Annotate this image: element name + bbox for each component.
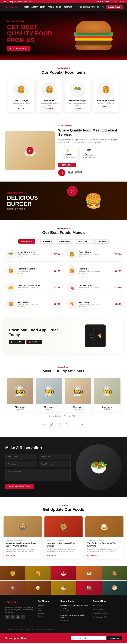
email-input[interactable] (39, 461, 70, 467)
read-more-link[interactable]: READ MORE → (6, 555, 18, 556)
food-card[interactable]: 🥗 Vegetables Burger Barbecue Itatian cui… (65, 79, 90, 112)
popular-title: Our Popular Food Items (4, 70, 124, 75)
footer-menu-dessert[interactable]: Dessert (38, 615, 57, 617)
chef-card[interactable]: 👨‍🍳 Chef Name Pasta Chef (36, 378, 62, 412)
instagram-icon[interactable]: in (120, 1, 121, 3)
read-more-link[interactable]: READ MORE → (87, 555, 99, 556)
app-store-button[interactable]: 🍎 App Store (26, 340, 42, 344)
facebook-link[interactable]: f (5, 615, 10, 619)
facebook-icon[interactable]: f (115, 1, 116, 3)
about-button[interactable]: ABOUT MORE → (58, 163, 76, 167)
explore-button[interactable]: EXPLORE MORE → (7, 46, 30, 51)
nav-home[interactable]: HOME (24, 6, 29, 8)
chef-card[interactable]: 👩‍🍳 Chef Name Head Chef (7, 378, 33, 412)
nav-contact[interactable]: CONTACT (64, 6, 72, 8)
reservation-content: Make A Reservation MAKE A RESERVATION → (5, 446, 70, 489)
time-input[interactable] (39, 454, 70, 460)
tab-hot-sushi[interactable]: 🍱 Hot Sushi (74, 239, 90, 244)
chef-image: 👨‍🍳 (94, 378, 120, 404)
blog-comments: 3 Comments (97, 540, 105, 541)
gallery-item[interactable]: 🍛 (26, 580, 50, 595)
nav-about[interactable]: ABOUT (32, 6, 38, 8)
tab-fresh-pasta[interactable]: 🍝 Fresh Pasta (56, 239, 73, 244)
gallery-item[interactable]: 🍔 (0, 566, 25, 580)
chef-info: Chef Name Head Chef (7, 404, 33, 412)
twitter-icon[interactable]: t (118, 1, 118, 3)
gallery-item[interactable]: 🍕 (26, 566, 50, 580)
food-card-price: $26.00 (39, 107, 60, 110)
play-button[interactable]: ▶ (26, 147, 34, 154)
youtube-link[interactable]: ▶ (21, 615, 26, 619)
menu-item[interactable]: 🍗 Chicken Burger Barbecue Itatian cuisin… (64, 280, 124, 295)
blog-card[interactable]: 🥘 16 May, 2023 3 Comments Innovative Hot… (44, 516, 83, 559)
menu-item[interactable]: 🧀 Delicious Cheeseburger Barbecue Itatia… (4, 280, 62, 295)
reservation-submit-button[interactable]: MAKE A RESERVATION → (5, 484, 34, 489)
food-card[interactable]: 🍔 Hamburger Barbecue Itatian cuisine spi… (37, 79, 62, 112)
gallery-item[interactable]: 🍝 (51, 566, 76, 580)
apple-icon: 🍎 (29, 341, 31, 343)
chefs-section: Expert Chefs Meet Our Expert Chefs 👩‍🍳 C… (0, 359, 127, 437)
message-input[interactable] (5, 469, 70, 481)
phone-mockup-2: 🍕 (94, 324, 106, 348)
menu-item[interactable]: 🍔 Hamburger Burger From first master ★★★… (4, 264, 62, 278)
banner-desc: ORDER NOW ONLINE (7, 208, 38, 210)
food-card-desc: Barbecue Itatian cuisine spice (39, 102, 60, 106)
blog-title: Get Update Our Foods (4, 507, 124, 512)
twitter-link[interactable]: t (10, 615, 15, 619)
footer-menu-beverages[interactable]: Beverages (38, 612, 57, 614)
gallery-item[interactable]: 🥗 (76, 566, 102, 580)
google-play-button[interactable]: ▶ Google Play (9, 340, 25, 344)
footer-menu-breakfast[interactable]: Breakfast (38, 604, 57, 606)
chef-name: Chef Name (8, 406, 32, 408)
chefs-grid: 👩‍🍳 Chef Name Head Chef 👨‍🍳 Chef Name Pa… (4, 378, 124, 412)
menu-item-price: $27.00 (115, 253, 122, 256)
read-more-link[interactable]: READ MORE → (46, 555, 58, 556)
site-logo[interactable]: PIZZAN (4, 5, 18, 9)
gallery-item[interactable]: 🍱 (76, 580, 102, 595)
google-play-label: Google Play (14, 341, 22, 343)
blog-card[interactable]: 🍲 5 May, 2023 3 Comments Innovative New … (4, 516, 42, 559)
menu-item[interactable]: 🍕 Brief Pizza Barbecue Itatian cuisine s… (64, 297, 124, 311)
chef-role: Grill Chef (96, 408, 119, 410)
footer-menu-dinner[interactable]: Dinner (38, 610, 57, 612)
gallery-item[interactable]: 🥙 (102, 580, 127, 595)
youtube-icon[interactable]: ▶ (123, 1, 124, 3)
tab-beef-burger[interactable]: 🍔 Beef Burger (18, 239, 35, 244)
reserve-button[interactable]: MAKE A TABLE + (106, 5, 124, 9)
gallery-item[interactable]: 🥘 (102, 566, 127, 580)
subscribe-button[interactable]: SUBSCRIBE (108, 636, 122, 640)
google-play-icon: ▶ (11, 341, 12, 343)
nav-shop[interactable]: SHOP (40, 6, 45, 8)
chef-card[interactable]: 👩‍🍳 Chef Name Pastry Chef (65, 378, 91, 412)
nav-pages[interactable]: PAGES (48, 6, 54, 8)
menu-item[interactable]: 🍔 Special Burger Barbecue Itatian cuisin… (64, 247, 124, 262)
footer-menu-lunch[interactable]: Lunch (38, 607, 57, 609)
food-card[interactable]: 🍔 Special Burger Barbecue Itatian cuisin… (8, 79, 34, 112)
menu-item[interactable]: 🍔 Hamburger Barbecue Itatian cuisine spi… (64, 264, 124, 278)
gallery-item[interactable]: 🍲 (0, 580, 25, 595)
quality-content: About Company Where Quality Food Meet Ex… (58, 125, 122, 176)
menu-item[interactable]: 🥗 Vegetables Burger Barbecue Itatian cui… (4, 247, 62, 262)
search-icon[interactable]: 🔍 (97, 6, 100, 8)
cart-icon[interactable]: 🛒 (102, 6, 104, 8)
blog-card[interactable]: 🍛 18 May, 2023 3 Comments This So Trendy… (85, 516, 124, 559)
tab-chicken-pizza[interactable]: 🍕 Chicken Pizza (36, 239, 55, 244)
nav-blog[interactable]: BLOG (56, 6, 61, 8)
subscription-email-input[interactable] (71, 636, 106, 640)
date-input[interactable] (5, 454, 37, 460)
chef-card[interactable]: 👨‍🍳 Chef Name Grill Chef (94, 378, 120, 412)
name-input[interactable] (5, 461, 37, 467)
popular-label: Find Food Now (4, 67, 124, 69)
tab-drink-juice[interactable]: 🥤 Drink & Juice (91, 239, 109, 244)
gallery-item[interactable]: 🍜 (51, 580, 76, 595)
footer-post-date: 5 May, 2023 (60, 610, 90, 612)
hero-title-line2: QUALITY FOOD (7, 30, 52, 37)
menu-item[interactable]: 🍔 Brief Burger Barbecue Itatian cuisine … (4, 297, 62, 311)
food-card[interactable]: 🍔 Hamburger Burger China New Hamburger $… (93, 79, 119, 112)
author-role: Founder CEO (67, 173, 82, 175)
blog-grid: 🍲 5 May, 2023 3 Comments Innovative New … (4, 516, 124, 559)
top-bar-left: Free Delivery on all orders over $50 (3, 1, 31, 3)
footer-logo[interactable]: PIZZAN (5, 600, 34, 604)
instagram-link[interactable]: in (16, 615, 20, 619)
footer-posts-title: Recent Posts (60, 600, 90, 602)
